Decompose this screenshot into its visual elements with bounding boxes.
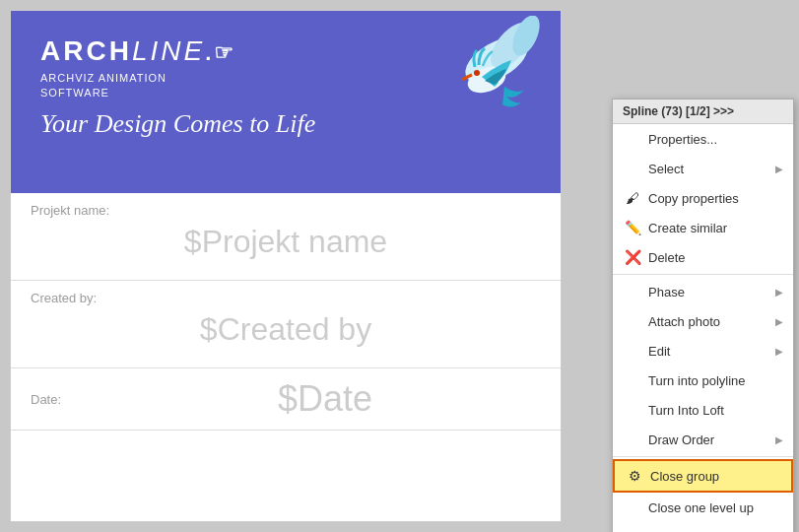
turn-loft-label: Turn Into Loft — [648, 403, 783, 418]
attach-photo-arrow: ▶ — [775, 316, 783, 327]
menu-header: Spline (73) [1/2] >>> — [613, 100, 793, 124]
design-card: ARCHLINE.☞ ARCHVIZ ANIMATION SOFTWARE Yo… — [10, 10, 562, 522]
menu-item-draw-order[interactable]: Draw Order ▶ — [613, 425, 793, 454]
bird-decoration — [418, 16, 546, 148]
attach-photo-icon — [623, 311, 642, 331]
menu-item-copy-properties[interactable]: 🖌 Copy properties — [613, 183, 793, 213]
phase-icon — [623, 282, 642, 301]
edit-icon — [623, 341, 642, 361]
properties-label: Properties... — [648, 132, 783, 147]
phase-label: Phase — [648, 285, 771, 299]
card-body: Projekt name: $Projekt name Created by: … — [11, 193, 561, 431]
edit-arrow: ▶ — [775, 346, 783, 357]
phase-arrow: ▶ — [775, 287, 783, 298]
select-label: Select — [648, 162, 771, 176]
create-similar-label: Create similar — [648, 221, 783, 235]
menu-item-attach-photo[interactable]: Attach photo ▶ — [613, 306, 793, 336]
projekt-name-label: Projekt name: — [31, 203, 541, 218]
tagline: Your Design Comes to Life — [40, 109, 315, 139]
draw-order-icon — [623, 430, 642, 449]
created-by-field: Created by: $Created by — [11, 281, 561, 368]
copy-properties-icon: 🖌 — [623, 188, 642, 208]
menu-item-turn-into-loft[interactable]: Turn Into Loft — [613, 395, 793, 425]
group-parameters-icon — [623, 527, 642, 532]
menu-item-delete[interactable]: ❌ Delete — [613, 242, 793, 272]
date-value: $Date — [109, 378, 541, 420]
svg-point-4 — [474, 70, 480, 76]
delete-icon: ❌ — [623, 247, 642, 267]
close-group-icon: ⚙ — [625, 466, 644, 486]
properties-icon — [623, 129, 642, 149]
edit-label: Edit — [648, 344, 771, 359]
select-icon — [623, 159, 642, 178]
menu-item-phase[interactable]: Phase ▶ — [613, 277, 793, 306]
arch-logo: ARCHLINE.☞ ARCHVIZ ANIMATION SOFTWARE Yo… — [40, 35, 315, 139]
card-header: ARCHLINE.☞ ARCHVIZ ANIMATION SOFTWARE Yo… — [11, 11, 561, 193]
turn-polyline-label: Turn into polyline — [648, 373, 783, 388]
menu-item-close-group[interactable]: ⚙ Close group — [613, 459, 793, 493]
close-group-label: Close group — [650, 469, 781, 484]
close-one-level-up-label: Close one level up — [648, 500, 783, 515]
menu-item-properties[interactable]: Properties... — [613, 124, 793, 154]
projekt-name-value: $Projekt name — [31, 224, 541, 260]
divider-2 — [613, 456, 793, 457]
created-by-value: $Created by — [31, 311, 541, 348]
logo-text: ARCHLINE.☞ — [40, 35, 315, 67]
draw-order-arrow: ▶ — [775, 434, 783, 445]
menu-item-create-similar[interactable]: ✏️ Create similar — [613, 213, 793, 242]
turn-loft-icon — [623, 400, 642, 420]
copy-properties-label: Copy properties — [648, 191, 783, 206]
created-by-label: Created by: — [31, 291, 541, 305]
create-similar-icon: ✏️ — [623, 218, 642, 237]
divider-1 — [613, 274, 793, 275]
turn-polyline-icon — [623, 370, 642, 390]
attach-photo-label: Attach photo — [648, 314, 771, 329]
date-label: Date: — [31, 392, 109, 407]
draw-order-label: Draw Order — [648, 432, 771, 447]
date-field: Date: $Date — [11, 368, 561, 431]
menu-item-edit[interactable]: Edit ▶ — [613, 336, 793, 366]
menu-item-close-one-level-up[interactable]: Close one level up — [613, 493, 793, 522]
menu-item-group-parameters[interactable]: Group parameters — [613, 522, 793, 532]
delete-label: Delete — [648, 250, 783, 265]
menu-item-turn-into-polyline[interactable]: Turn into polyline — [613, 366, 793, 395]
context-menu: Spline (73) [1/2] >>> Properties... Sele… — [612, 99, 794, 532]
logo-subtext: ARCHVIZ ANIMATION SOFTWARE — [40, 71, 315, 101]
projekt-name-field: Projekt name: $Projekt name — [11, 193, 561, 281]
select-arrow: ▶ — [775, 164, 783, 174]
close-one-level-up-icon — [623, 498, 642, 517]
menu-item-select[interactable]: Select ▶ — [613, 154, 793, 183]
